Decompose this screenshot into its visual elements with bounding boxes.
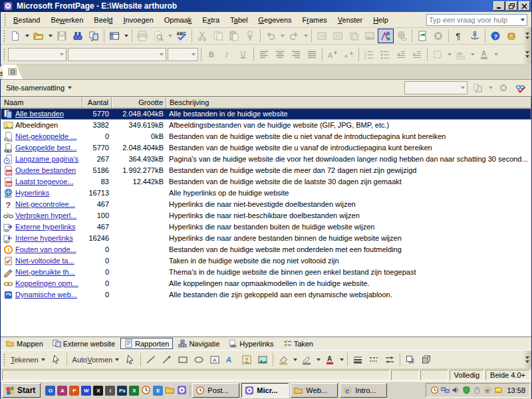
view-taken[interactable]: Taken	[279, 338, 317, 349]
copy-button[interactable]	[210, 29, 226, 43]
anchor-button[interactable]	[467, 29, 483, 43]
report-row[interactable]: 12Oudere bestanden51861.992.277kBBestand…	[1, 165, 531, 176]
italic-button[interactable]: I	[219, 47, 235, 62]
style-combobox[interactable]	[8, 48, 66, 61]
highlight-button[interactable]: ab	[453, 47, 469, 62]
report-name[interactable]: Verbroken hyperl...	[15, 210, 76, 221]
d-picture-button[interactable]	[255, 352, 271, 367]
column-header-beschrijving[interactable]: Beschrijving	[166, 97, 531, 108]
report-name[interactable]: Dynamische web...	[15, 289, 77, 301]
d-clipart-button[interactable]	[239, 352, 255, 367]
folder-quicklaunch-icon[interactable]	[165, 385, 175, 396]
report-type-dropdown[interactable]: Site-samenvatting	[3, 82, 74, 93]
report-name[interactable]: Koppelingen opm...	[15, 278, 78, 289]
report-row[interactable]: Afbeeldingen3382349.619kBAfbeeldingsbest…	[1, 120, 531, 131]
report-row[interactable]: Niet-gebruikte th...0Thema's in de huidi…	[1, 267, 531, 278]
tray-network-icon[interactable]	[441, 386, 450, 396]
report-name[interactable]: Oudere bestanden	[15, 165, 76, 176]
report-row[interactable]: Alle bestanden57702.048.404kBAlle bestan…	[1, 108, 531, 120]
drawing-toolbar-grip[interactable]	[3, 354, 6, 366]
report-filter-combo[interactable]	[404, 81, 467, 94]
report-row[interactable]: Externe hyperlinks467Hyperlinks die naar…	[1, 221, 531, 233]
bullets-button[interactable]	[377, 47, 393, 62]
align-center-button[interactable]	[272, 47, 288, 62]
menu-bewerken[interactable]: Bewerken	[45, 14, 88, 26]
fontcolor-dropdown[interactable]	[492, 47, 499, 62]
d-line-button[interactable]	[143, 352, 159, 367]
refresh-button[interactable]	[414, 29, 430, 43]
paste-button[interactable]	[226, 29, 242, 43]
d-linecolor-dropdown[interactable]	[315, 352, 322, 367]
find-button[interactable]	[70, 29, 86, 43]
drawing-options-chevron[interactable]	[523, 350, 531, 368]
select-objects-button[interactable]	[49, 352, 65, 367]
indent-button[interactable]	[409, 47, 425, 62]
new-page-dropdown[interactable]	[23, 29, 31, 43]
d-fill-button[interactable]	[275, 352, 291, 367]
minimize-button[interactable]	[493, 1, 505, 11]
report-name[interactable]: Externe hyperlinks	[15, 221, 76, 233]
d-oval-button[interactable]	[191, 352, 207, 367]
ask-a-question-box[interactable]: Typ een vraag voor hulp	[426, 14, 527, 26]
cut-button[interactable]	[194, 29, 210, 43]
fontcolor-button[interactable]: A	[322, 352, 338, 367]
restore-button[interactable]	[506, 1, 517, 11]
fontcolor-button[interactable]: A	[476, 47, 492, 62]
column-header-aantal[interactable]: Aantal	[82, 97, 112, 108]
new-page-button[interactable]	[7, 29, 23, 43]
report-row[interactable]: Interne hyperlinks16246Hyperlinks die na…	[1, 233, 531, 244]
menu-beeld[interactable]: Beeld	[88, 14, 118, 26]
publish-site-button[interactable]	[469, 80, 485, 95]
tray-updates-icon[interactable]	[494, 386, 503, 396]
fontcolor-dropdown[interactable]	[338, 352, 345, 367]
tray-mouse-icon[interactable]	[473, 386, 481, 396]
toggle-pane-button[interactable]	[106, 29, 122, 43]
d-select-button[interactable]	[122, 352, 138, 367]
underline-button[interactable]: U	[235, 47, 251, 62]
assistant-button[interactable]	[503, 29, 519, 43]
open-button[interactable]	[31, 29, 47, 43]
report-row[interactable]: !Fouten van onde...0Bestanden van de hui…	[1, 244, 531, 255]
font-shrink-button[interactable]: A	[340, 47, 356, 62]
align-right-button[interactable]	[288, 47, 304, 62]
preview-button[interactable]	[150, 29, 166, 43]
report-row[interactable]: 12Laatst toegevoe...8312.442kBBestanden …	[1, 176, 531, 188]
d-wordart-button[interactable]: A	[223, 352, 239, 367]
report-name[interactable]: Niet-gekoppelde ...	[15, 131, 76, 142]
formatting-options-chevron[interactable]	[523, 45, 531, 64]
view-hyperlinks[interactable]: Hyperlinks	[225, 338, 277, 349]
viewer-quicklaunch-icon[interactable]: i	[105, 386, 115, 396]
menu-help[interactable]: Help	[368, 14, 394, 26]
start-button[interactable]: Start	[2, 383, 41, 398]
d-3d-button[interactable]	[418, 352, 434, 367]
d-arrowstyle-button[interactable]	[382, 352, 398, 367]
spelling-button[interactable]: ABC	[174, 29, 190, 43]
menu-invoegen[interactable]: Invoegen	[118, 14, 158, 26]
close-button[interactable]	[519, 1, 530, 11]
print-button[interactable]	[134, 29, 150, 43]
size-combobox[interactable]	[168, 48, 198, 61]
d-fill-dropdown[interactable]	[291, 352, 299, 367]
schedule-quicklaunch-icon[interactable]	[141, 385, 151, 396]
view-navigatie[interactable]: Navigatie	[174, 338, 223, 349]
report-name[interactable]: Interne hyperlinks	[15, 233, 73, 244]
frontpage-quicklaunch-icon[interactable]	[177, 385, 187, 396]
redo-dropdown[interactable]	[302, 29, 309, 43]
report-row[interactable]: Langzame pagina's267364.493kBPagina's va…	[1, 154, 531, 165]
report-row[interactable]: Koppelingen opm...0Alle koppelingen naar…	[1, 278, 531, 289]
view-externe-website[interactable]: Externe website	[49, 338, 119, 349]
report-row[interactable]: Niet-gekoppelde ...00kBBestanden van de …	[1, 131, 531, 142]
outdent-button[interactable]	[393, 47, 409, 62]
preview-dropdown[interactable]	[166, 29, 174, 43]
d-shadow-button[interactable]	[402, 352, 418, 367]
report-name[interactable]: Alle bestanden	[15, 108, 64, 120]
view-rapporten[interactable]: Rapporten	[120, 338, 173, 349]
painter-button[interactable]	[242, 29, 258, 43]
publish-button[interactable]	[86, 29, 102, 43]
menubar-grip[interactable]	[3, 14, 7, 26]
photoshop-quicklaunch-icon[interactable]: Ps	[117, 386, 127, 396]
justify-button[interactable]	[304, 47, 320, 62]
numbered-button[interactable]: 123	[361, 47, 377, 62]
menu-gegevens[interactable]: Gegevens	[253, 14, 297, 26]
column-header-grootte[interactable]: Grootte	[112, 97, 166, 108]
